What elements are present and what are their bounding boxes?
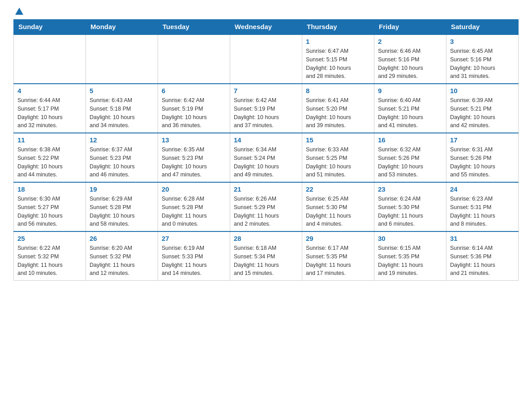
calendar-cell: 29Sunrise: 6:17 AM Sunset: 5:35 PM Dayli…: [302, 231, 374, 281]
calendar-cell: 17Sunrise: 6:31 AM Sunset: 5:26 PM Dayli…: [446, 133, 519, 182]
calendar-header-sunday: Sunday: [14, 19, 86, 34]
day-info: Sunrise: 6:39 AM Sunset: 5:21 PM Dayligh…: [450, 96, 515, 130]
calendar-cell: 11Sunrise: 6:38 AM Sunset: 5:22 PM Dayli…: [14, 133, 86, 182]
calendar-cell: 3Sunrise: 6:45 AM Sunset: 5:16 PM Daylig…: [446, 34, 519, 84]
calendar-week-4: 18Sunrise: 6:30 AM Sunset: 5:27 PM Dayli…: [14, 182, 519, 231]
calendar-cell: 31Sunrise: 6:14 AM Sunset: 5:36 PM Dayli…: [446, 231, 519, 281]
day-number: 31: [450, 235, 515, 242]
calendar-cell: [230, 34, 302, 84]
day-info: Sunrise: 6:17 AM Sunset: 5:35 PM Dayligh…: [306, 244, 370, 278]
day-info: Sunrise: 6:18 AM Sunset: 5:34 PM Dayligh…: [234, 244, 298, 278]
day-number: 4: [17, 87, 82, 94]
day-number: 16: [378, 136, 442, 144]
calendar-table: SundayMondayTuesdayWednesdayThursdayFrid…: [13, 19, 519, 281]
calendar-cell: 30Sunrise: 6:15 AM Sunset: 5:35 PM Dayli…: [374, 231, 446, 281]
calendar-cell: 7Sunrise: 6:42 AM Sunset: 5:19 PM Daylig…: [230, 84, 302, 133]
calendar-cell: 20Sunrise: 6:28 AM Sunset: 5:28 PM Dayli…: [158, 182, 230, 231]
day-info: Sunrise: 6:32 AM Sunset: 5:26 PM Dayligh…: [378, 146, 442, 179]
day-info: Sunrise: 6:37 AM Sunset: 5:23 PM Dayligh…: [90, 146, 154, 179]
day-number: 24: [450, 185, 515, 193]
calendar-week-5: 25Sunrise: 6:22 AM Sunset: 5:32 PM Dayli…: [14, 231, 519, 281]
day-info: Sunrise: 6:30 AM Sunset: 5:27 PM Dayligh…: [17, 195, 82, 228]
day-info: Sunrise: 6:46 AM Sunset: 5:16 PM Dayligh…: [378, 47, 442, 81]
calendar-cell: 4Sunrise: 6:44 AM Sunset: 5:17 PM Daylig…: [14, 84, 86, 133]
calendar-cell: 16Sunrise: 6:32 AM Sunset: 5:26 PM Dayli…: [374, 133, 446, 182]
calendar-cell: 21Sunrise: 6:26 AM Sunset: 5:29 PM Dayli…: [230, 182, 302, 231]
day-info: Sunrise: 6:23 AM Sunset: 5:31 PM Dayligh…: [450, 195, 515, 228]
day-number: 8: [306, 87, 370, 94]
day-info: Sunrise: 6:24 AM Sunset: 5:30 PM Dayligh…: [378, 195, 442, 228]
calendar-cell: 2Sunrise: 6:46 AM Sunset: 5:16 PM Daylig…: [374, 34, 446, 84]
calendar-cell: 9Sunrise: 6:40 AM Sunset: 5:21 PM Daylig…: [374, 84, 446, 133]
day-number: 3: [450, 38, 515, 45]
day-info: Sunrise: 6:45 AM Sunset: 5:16 PM Dayligh…: [450, 47, 515, 81]
day-number: 5: [90, 87, 154, 94]
day-info: Sunrise: 6:41 AM Sunset: 5:20 PM Dayligh…: [306, 96, 370, 130]
day-number: 19: [90, 185, 154, 193]
calendar-week-1: 1Sunrise: 6:47 AM Sunset: 5:15 PM Daylig…: [14, 34, 519, 84]
day-number: 9: [378, 87, 442, 94]
calendar-week-2: 4Sunrise: 6:44 AM Sunset: 5:17 PM Daylig…: [14, 84, 519, 133]
calendar-cell: 15Sunrise: 6:33 AM Sunset: 5:25 PM Dayli…: [302, 133, 374, 182]
calendar-cell: 14Sunrise: 6:34 AM Sunset: 5:24 PM Dayli…: [230, 133, 302, 182]
day-info: Sunrise: 6:20 AM Sunset: 5:32 PM Dayligh…: [90, 244, 154, 278]
calendar-header-thursday: Thursday: [302, 19, 374, 34]
calendar-cell: 23Sunrise: 6:24 AM Sunset: 5:30 PM Dayli…: [374, 182, 446, 231]
day-info: Sunrise: 6:31 AM Sunset: 5:26 PM Dayligh…: [450, 146, 515, 179]
day-number: 10: [450, 87, 515, 94]
day-number: 28: [234, 235, 298, 242]
day-info: Sunrise: 6:38 AM Sunset: 5:22 PM Dayligh…: [17, 146, 82, 179]
calendar-cell: 13Sunrise: 6:35 AM Sunset: 5:23 PM Dayli…: [158, 133, 230, 182]
calendar-cell: 10Sunrise: 6:39 AM Sunset: 5:21 PM Dayli…: [446, 84, 519, 133]
day-info: Sunrise: 6:43 AM Sunset: 5:18 PM Dayligh…: [90, 96, 154, 130]
day-info: Sunrise: 6:40 AM Sunset: 5:21 PM Dayligh…: [378, 96, 442, 130]
day-number: 7: [234, 87, 298, 94]
calendar-cell: 5Sunrise: 6:43 AM Sunset: 5:18 PM Daylig…: [86, 84, 158, 133]
calendar-header-saturday: Saturday: [446, 19, 519, 34]
calendar-cell: 28Sunrise: 6:18 AM Sunset: 5:34 PM Dayli…: [230, 231, 302, 281]
page-header: [13, 9, 519, 15]
calendar-header-monday: Monday: [86, 19, 158, 34]
day-number: 21: [234, 185, 298, 193]
day-info: Sunrise: 6:25 AM Sunset: 5:30 PM Dayligh…: [306, 195, 370, 228]
day-number: 17: [450, 136, 515, 144]
day-number: 30: [378, 235, 442, 242]
day-info: Sunrise: 6:26 AM Sunset: 5:29 PM Dayligh…: [234, 195, 298, 228]
logo: [13, 9, 23, 15]
day-number: 12: [90, 136, 154, 144]
calendar-cell: 1Sunrise: 6:47 AM Sunset: 5:15 PM Daylig…: [302, 34, 374, 84]
day-number: 11: [17, 136, 82, 144]
day-number: 22: [306, 185, 370, 193]
day-number: 2: [378, 38, 442, 45]
day-info: Sunrise: 6:15 AM Sunset: 5:35 PM Dayligh…: [378, 244, 442, 278]
day-info: Sunrise: 6:19 AM Sunset: 5:33 PM Dayligh…: [162, 244, 226, 278]
calendar-cell: 6Sunrise: 6:42 AM Sunset: 5:19 PM Daylig…: [158, 84, 230, 133]
calendar-header-friday: Friday: [374, 19, 446, 34]
day-info: Sunrise: 6:47 AM Sunset: 5:15 PM Dayligh…: [306, 47, 370, 81]
calendar-cell: 22Sunrise: 6:25 AM Sunset: 5:30 PM Dayli…: [302, 182, 374, 231]
calendar-cell: 18Sunrise: 6:30 AM Sunset: 5:27 PM Dayli…: [14, 182, 86, 231]
calendar-cell: 8Sunrise: 6:41 AM Sunset: 5:20 PM Daylig…: [302, 84, 374, 133]
calendar-cell: [86, 34, 158, 84]
calendar-week-3: 11Sunrise: 6:38 AM Sunset: 5:22 PM Dayli…: [14, 133, 519, 182]
day-info: Sunrise: 6:35 AM Sunset: 5:23 PM Dayligh…: [162, 146, 226, 179]
day-info: Sunrise: 6:14 AM Sunset: 5:36 PM Dayligh…: [450, 244, 515, 278]
day-info: Sunrise: 6:42 AM Sunset: 5:19 PM Dayligh…: [234, 96, 298, 130]
day-number: 27: [162, 235, 226, 242]
day-info: Sunrise: 6:22 AM Sunset: 5:32 PM Dayligh…: [17, 244, 82, 278]
calendar-cell: 26Sunrise: 6:20 AM Sunset: 5:32 PM Dayli…: [86, 231, 158, 281]
day-number: 15: [306, 136, 370, 144]
day-number: 29: [306, 235, 370, 242]
calendar-cell: 19Sunrise: 6:29 AM Sunset: 5:28 PM Dayli…: [86, 182, 158, 231]
day-info: Sunrise: 6:28 AM Sunset: 5:28 PM Dayligh…: [162, 195, 226, 228]
calendar-cell: 24Sunrise: 6:23 AM Sunset: 5:31 PM Dayli…: [446, 182, 519, 231]
day-info: Sunrise: 6:29 AM Sunset: 5:28 PM Dayligh…: [90, 195, 154, 228]
day-number: 25: [17, 235, 82, 242]
day-number: 14: [234, 136, 298, 144]
day-number: 13: [162, 136, 226, 144]
calendar-header-wednesday: Wednesday: [230, 19, 302, 34]
day-info: Sunrise: 6:34 AM Sunset: 5:24 PM Dayligh…: [234, 146, 298, 179]
day-number: 18: [17, 185, 82, 193]
calendar-cell: 12Sunrise: 6:37 AM Sunset: 5:23 PM Dayli…: [86, 133, 158, 182]
calendar-cell: 25Sunrise: 6:22 AM Sunset: 5:32 PM Dayli…: [14, 231, 86, 281]
